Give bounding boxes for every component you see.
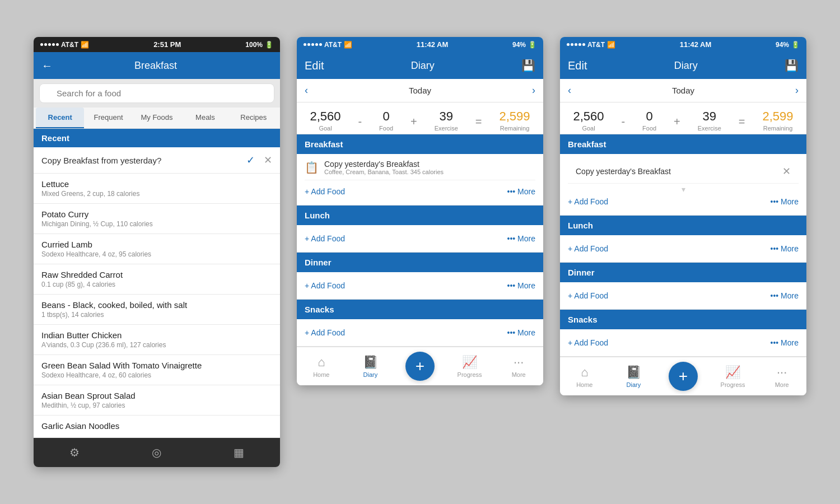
calories-row-3: 2,560 Goal - 0 Food + 39 Exercise = 2,59…	[560, 102, 806, 134]
tab-frequent[interactable]: Frequent	[84, 108, 132, 128]
signal-dots-1	[40, 43, 59, 46]
calories-row-2: 2,560 Goal - 0 Food + 39 Exercise = 2,59…	[297, 102, 543, 134]
add-food-lunch-3[interactable]: + Add Food	[568, 244, 608, 253]
copy-food-desc-2: Coffee, Cream, Banana, Toast. 345 calori…	[324, 169, 444, 175]
add-food-breakfast-3[interactable]: + Add Food	[568, 197, 608, 206]
add-food-dinner-3[interactable]: + Add Food	[568, 291, 608, 300]
add-more-dinner-2: + Add Food ••• More	[305, 278, 535, 293]
add-food-snacks-3[interactable]: + Add Food	[568, 338, 608, 347]
food-item-garlic-noodles[interactable]: Garlic Asian Noodles	[34, 416, 280, 438]
food-item-lettuce[interactable]: Lettuce Mixed Greens, 2 cup, 18 calories	[34, 174, 280, 204]
food-item-black-beans[interactable]: Beans - Black, cooked, boiled, with salt…	[34, 295, 280, 325]
save-icon-2[interactable]: 💾	[521, 59, 535, 72]
diary-nav-3: ‹ Today ›	[560, 79, 806, 102]
save-icon-3[interactable]: 💾	[785, 59, 799, 72]
add-food-breakfast-2[interactable]: + Add Food	[305, 187, 345, 196]
cal-equals-3: =	[739, 115, 745, 128]
nav-progress-3[interactable]: 📈 Progress	[719, 365, 747, 388]
cal-food-value-3: 0	[646, 109, 652, 124]
more-breakfast-2[interactable]: ••• More	[507, 187, 536, 196]
food-item-curried-lamb[interactable]: Curried Lamb Sodexo Healthcare, 4 oz, 95…	[34, 234, 280, 264]
battery-icon-3: 🔋	[791, 41, 800, 49]
diary-label-2: Diary	[363, 371, 378, 378]
food-item-potato-curry[interactable]: Potato Curry Michigan Dining, ½ Cup, 110…	[34, 204, 280, 234]
next-day-2[interactable]: ›	[532, 85, 535, 96]
add-food-dinner-2[interactable]: + Add Food	[305, 281, 345, 290]
more-snacks-2[interactable]: ••• More	[507, 328, 536, 337]
prev-day-2[interactable]: ‹	[305, 85, 308, 96]
meal-breakfast-body-3: Copy yesterday's Breakfast ✕ ▾ + Add Foo…	[560, 154, 806, 216]
plus-icon-2: +	[416, 357, 424, 375]
more-snacks-3[interactable]: ••• More	[771, 338, 799, 347]
back-button-1[interactable]: ←	[41, 59, 53, 72]
cal-exercise-label-3: Exercise	[698, 125, 721, 132]
meal-dinner-header-2: Dinner	[297, 253, 543, 272]
more-dinner-3[interactable]: ••• More	[771, 291, 799, 300]
add-more-lunch-3: + Add Food ••• More	[568, 241, 799, 256]
more-dinner-2[interactable]: ••• More	[507, 281, 536, 290]
food-name-butter-chicken: Indian Butter Chicken	[41, 330, 272, 340]
carrier-2: AT&T	[324, 41, 342, 49]
cal-goal-label-3: Goal	[582, 125, 595, 132]
edit-button-3[interactable]: Edit	[568, 59, 587, 72]
more-lunch-3[interactable]: ••• More	[771, 244, 799, 253]
home-label-2: Home	[313, 371, 329, 378]
nav-settings[interactable]: ⚙	[69, 446, 80, 459]
screen1-frame: AT&T 📶 2:51 PM 100% 🔋 ← Breakfast 🔍 Rece…	[34, 37, 280, 467]
nav-plus-2[interactable]: +	[405, 352, 435, 381]
cancel-copy-icon[interactable]: ✕	[264, 154, 272, 166]
battery-pct-3: 94%	[776, 41, 789, 49]
prev-day-3[interactable]: ‹	[568, 85, 571, 96]
signal-dots-2	[304, 43, 322, 46]
tab-recent[interactable]: Recent	[36, 108, 84, 128]
food-desc-potato-curry: Michigan Dining, ½ Cup, 110 calories	[41, 220, 272, 228]
food-item-bean-sprout[interactable]: Asian Bean Sprout Salad Medithin, ½ cup,…	[34, 385, 280, 416]
food-item-butter-chicken[interactable]: Indian Butter Chicken A'viands, 0.3 Cup …	[34, 325, 280, 355]
food-item-green-bean-salad[interactable]: Green Bean Salad With Tomato Vinaigrette…	[34, 355, 280, 385]
food-name-potato-curry: Potato Curry	[41, 209, 272, 219]
nav-more-3[interactable]: ··· More	[768, 365, 796, 388]
search-input-1[interactable]	[39, 83, 274, 103]
plus-button-2[interactable]: +	[405, 352, 435, 381]
more-lunch-2[interactable]: ••• More	[507, 234, 536, 243]
tab-myfoods[interactable]: My Foods	[133, 108, 181, 128]
app-header-3: Edit Diary 💾	[560, 52, 806, 79]
edit-button-2[interactable]: Edit	[305, 59, 324, 72]
cal-exercise-value-3: 39	[703, 109, 716, 124]
nav-home-2[interactable]: ⌂ Home	[307, 355, 335, 378]
nav-diary-2[interactable]: 📓 Diary	[356, 355, 384, 378]
cal-plus-2: +	[410, 115, 417, 128]
cal-remaining-label-2: Remaining	[500, 125, 530, 132]
meal-dinner-body-2: + Add Food ••• More	[297, 272, 543, 300]
nav-home-3[interactable]: ⌂ Home	[571, 365, 599, 388]
cal-exercise-3: 39 Exercise	[698, 109, 721, 132]
add-food-lunch-2[interactable]: + Add Food	[305, 234, 345, 243]
meal-breakfast-body-2: 📋 Copy yesterday's Breakfast Coffee, Cre…	[297, 154, 543, 206]
cal-remaining-label-3: Remaining	[763, 125, 793, 132]
tab-recipes[interactable]: Recipes	[230, 108, 278, 128]
diary-icon-3: 📓	[626, 365, 641, 380]
nav-plus-3[interactable]: +	[669, 362, 698, 391]
tab-meals[interactable]: Meals	[181, 108, 229, 128]
copy-breakfast-text: Copy Breakfast from yesterday?	[41, 156, 161, 165]
home-label-3: Home	[576, 381, 592, 388]
wifi-icon-1: 📶	[81, 41, 89, 49]
current-day-2: Today	[409, 86, 431, 95]
plus-button-3[interactable]: +	[669, 362, 698, 391]
confirm-copy-icon[interactable]: ✓	[246, 154, 255, 166]
add-food-snacks-2[interactable]: + Add Food	[305, 328, 345, 337]
more-breakfast-3[interactable]: ••• More	[771, 197, 799, 206]
nav-more-2[interactable]: ··· More	[505, 355, 533, 378]
status-bar-3: AT&T 📶 11:42 AM 94% 🔋	[560, 37, 806, 52]
close-copy-3[interactable]: ✕	[782, 165, 791, 178]
home-icon-2: ⌂	[318, 355, 325, 370]
food-desc-green-bean-salad: Sodexo Healthcare, 4 oz, 60 calories	[41, 371, 272, 379]
nav-progress-2[interactable]: 📈 Progress	[456, 355, 484, 378]
add-more-lunch-2: + Add Food ••• More	[305, 231, 535, 246]
nav-diary-3[interactable]: 📓 Diary	[619, 365, 647, 388]
food-item-raw-carrot[interactable]: Raw Shredded Carrot 0.1 cup (85 g), 4 ca…	[34, 264, 280, 295]
screen3-frame: AT&T 📶 11:42 AM 94% 🔋 Edit Diary 💾 ‹ Tod…	[560, 37, 806, 395]
nav-barcode[interactable]: ▦	[234, 446, 244, 459]
nav-scan[interactable]: ◎	[152, 446, 161, 459]
next-day-3[interactable]: ›	[795, 85, 799, 96]
